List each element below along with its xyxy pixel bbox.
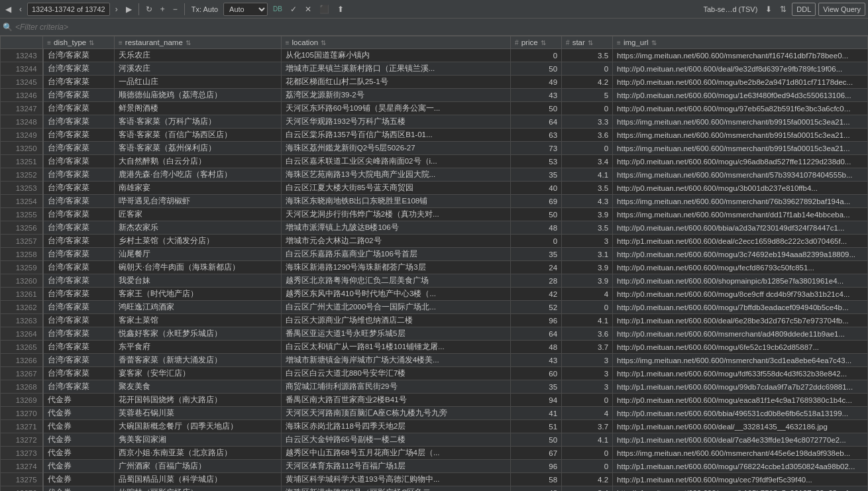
table-row[interactable]: 13258台湾/客家菜汕尾餐厅白云区乐嘉路乐嘉商业广场106号首层353.1ht…	[1, 248, 868, 261]
rollback-button[interactable]: ✕	[302, 3, 314, 15]
restaurant-name-sort[interactable]: ⇅	[186, 39, 191, 46]
location-cell: 花都区梯面红山村二队25-1号	[281, 76, 510, 89]
table-row[interactable]: 13264台湾/客家菜悦鑫好客家（永旺梦乐城店）番禺区亚运大道1号永旺梦乐城5层…	[1, 327, 868, 341]
table-row[interactable]: 13257台湾/客家菜乡村土菜馆（大涌发分店）增城市元会大林边二路02号03ht…	[1, 235, 868, 248]
star-header[interactable]: # star ⇅	[562, 36, 613, 49]
row-number-cell: 13259	[1, 261, 43, 274]
img-url-col-icon: ≡	[617, 39, 621, 46]
table-row[interactable]: 13272代金券隽美客回家湘白云区大金钟路65号副楼一楼二楼504.1http:…	[1, 433, 868, 447]
img-url-cell: http://p1.meituan.net/600.600/mogu/fdf63…	[613, 367, 868, 380]
img-url-cell: http://p1.meituan.net/600.600/deal/7ca84…	[613, 433, 868, 447]
table-row[interactable]: 13248台湾/客家菜客语·客家菜（万科广场店）天河区华观路1932号万科广场五…	[1, 115, 868, 129]
table-row[interactable]: 13246台湾/客家菜顺德德仙庙烧鸡（荔湾总店）荔湾区龙源新街39-2号435h…	[1, 89, 868, 102]
row-number-cell: 13256	[1, 221, 43, 235]
star-cell: 3	[562, 380, 613, 394]
table-row[interactable]: 13260台湾/客家菜我爱台妹越秀区北京路粤海仰忠汇负二层美食广场283.9ht…	[1, 274, 868, 288]
ddl-button[interactable]: DDL	[792, 3, 816, 16]
table-row[interactable]: 13263台湾/客家菜客家土菜馆白云区大源商业广场维也纳酒店二楼964.1htt…	[1, 314, 868, 327]
img-url-sort[interactable]: ⇅	[651, 39, 657, 46]
location-cell: 天河区体育东路112号百福广场1层	[281, 460, 510, 473]
filter-sort-button[interactable]: ⇅	[777, 3, 789, 15]
table-row[interactable]: 13247台湾/客家菜鲜景阁酒楼天河区东环路60号109铺（昊星商务公寓一...…	[1, 102, 868, 115]
location-col-label: location	[292, 38, 319, 46]
next-page-button[interactable]: ›	[113, 3, 121, 15]
star-cell: 4.1	[562, 433, 613, 447]
table-row[interactable]: 13262台湾/客家菜鸿旺逸江鸡酒家白云区广州大道北2000号合一国际广场北..…	[1, 301, 868, 314]
table-row[interactable]: 13271代金券大碗国新概念餐厅（四季天地店）海珠区赤岗北路118号四季天地2层…	[1, 420, 868, 433]
table-row[interactable]: 13276代金券仙踪林（丽影广场店）海珠区新港中路352号（丽影广场C区负二..…	[1, 486, 868, 492]
last-page-button[interactable]: ▶	[123, 3, 135, 15]
star-cell: 0	[562, 301, 613, 314]
dish-type-cell: 台湾/客家菜	[43, 301, 115, 314]
star-sort[interactable]: ⇅	[588, 39, 593, 46]
prev-page-button[interactable]: ‹	[17, 3, 25, 15]
table-row[interactable]: 13261台湾/客家菜客家王（时代地产店）越秀区东风中路410号时代地产中心3楼…	[1, 288, 868, 301]
table-row[interactable]: 13254台湾/客家菜哔哥遇见台湾胡椒虾海珠区东晓南地铁B出口东晓胜里E108铺…	[1, 195, 868, 208]
row-number-cell: 13270	[1, 407, 43, 420]
table-row[interactable]: 13252台湾/客家菜鹿港先森·台湾小吃店（客村店）海珠区艺苑南路13号大院电商…	[1, 168, 868, 182]
table-row[interactable]: 13274代金券广州酒家（百福广场店）天河区体育东路112号百福广场1层960h…	[1, 460, 868, 473]
img-url-cell: http://p1.meituan.net/600.600/deal/c2ecc…	[613, 235, 868, 248]
row-number-cell: 13257	[1, 235, 43, 248]
location-cell: 增城市派潭镇上九陂达B楼106号	[281, 221, 510, 235]
table-row[interactable]: 13268台湾/客家菜聚友美食商贸城江埔街利源路富民街29号353http://…	[1, 380, 868, 394]
dish-type-cell: 台湾/客家菜	[43, 155, 115, 168]
location-sort[interactable]: ⇅	[321, 39, 326, 46]
commit-button[interactable]: ✓	[288, 3, 299, 15]
export-button[interactable]: ⬆	[335, 3, 347, 15]
table-row[interactable]: 13255台湾/客家菜匠客家天河区龙洞步行街伟烨广场2楼（真功夫对...503.…	[1, 208, 868, 221]
dish-type-cell: 台湾/客家菜	[43, 129, 115, 142]
table-row[interactable]: 13273代金券西京小姐·东南亚菜（北京路店）越秀区中山五路68号五月花商业广场…	[1, 447, 868, 460]
star-cell: 4.2	[562, 76, 613, 89]
img-url-col-label: img_url	[624, 38, 649, 46]
img-url-cell: http://p0.meituan.net/600.600/mogu/7bffd…	[613, 301, 868, 314]
img-url-cell: http://p0.meituan.net/600.600/mogu/be2b8…	[613, 76, 868, 89]
price-header[interactable]: # price ⇅	[511, 36, 562, 49]
add-row-button[interactable]: +	[158, 3, 168, 15]
view-query-button[interactable]: View Query	[818, 3, 865, 16]
dish-type-header[interactable]: ≡ dish_type ⇅	[43, 36, 115, 49]
table-row[interactable]: 13253台湾/客家菜南雄家宴白云区江夏大楼大街85号蓝天商贸园403.5htt…	[1, 182, 868, 195]
table-row[interactable]: 13270代金券芙蓉巷石锅川菜天河区天河路南顶百脑汇A座C栋九楼九号九旁414h…	[1, 407, 868, 420]
restaurant-name-cell: 客语·客家菜（万科广场店）	[115, 115, 282, 129]
table-row[interactable]: 13244台湾/客家菜河溪农庄增城市正果镇兰溪新村路口（正果镇兰溪...500h…	[1, 62, 868, 76]
tx-mode-select[interactable]: Auto Manual	[223, 3, 268, 16]
table-row[interactable]: 13266台湾/客家菜香蕾客家菜（新塘大涌发店）增城市新塘镇金海岸城市广场大涌发…	[1, 354, 868, 367]
table-row[interactable]: 13265台湾/客家菜东平食府白云区太和镇广从一路81号1楼101铺锺龙屠...…	[1, 341, 868, 354]
table-row[interactable]: 13256台湾/客家菜新杰农家乐增城市派潭镇上九陂达B楼106号483.5htt…	[1, 221, 868, 235]
download-button[interactable]: ⬇	[763, 3, 775, 15]
table-row[interactable]: 13275代金券品蜀国精品川菜（科学城店）黄埔区科学城科学大道193号高德汇购物…	[1, 473, 868, 486]
price-sort[interactable]: ⇅	[541, 39, 546, 46]
refresh-button[interactable]: ↻	[143, 3, 155, 15]
dish-type-cell: 代金券	[43, 407, 115, 420]
first-page-button[interactable]: ◀	[3, 3, 14, 15]
dish-type-cell: 台湾/客家菜	[43, 341, 115, 354]
location-header[interactable]: ≡ location ⇅	[281, 36, 510, 49]
table-row[interactable]: 13249台湾/客家菜客语·客家菜（百信广场西区店）白云区棠乐路1357号百信广…	[1, 129, 868, 142]
star-cell: 3.5	[562, 49, 613, 62]
dish-type-sort[interactable]: ⇅	[89, 39, 94, 46]
table-row[interactable]: 13245台湾/客家菜一品红山庄花都区梯面红山村二队25-1号494.2http…	[1, 76, 868, 89]
table-row[interactable]: 13250台湾/客家菜客语·客家菜（荔州保利店）海珠区荔州鑑龙新街Q2号5层50…	[1, 142, 868, 155]
stop-button[interactable]: ⬛	[317, 3, 332, 15]
data-table-wrapper[interactable]: ≡ dish_type ⇅ ≡ restaurant_name ⇅ ≡	[0, 36, 868, 491]
separator-2	[184, 3, 185, 15]
location-cell: 白云区广州大道北2000号合一国际广场北...	[281, 301, 510, 314]
img-url-header[interactable]: ≡ img_url ⇅	[613, 36, 868, 49]
dish-type-cell: 台湾/客家菜	[43, 168, 115, 182]
dish-type-cell: 台湾/客家菜	[43, 248, 115, 261]
table-row[interactable]: 13243台湾/客家菜天乐农庄从化105国道莲麻小镇内03.5https://i…	[1, 49, 868, 62]
star-cell: 3	[562, 367, 613, 380]
price-cell: 73	[511, 142, 562, 155]
remove-row-button[interactable]: −	[170, 3, 180, 15]
row-number-cell: 13245	[1, 76, 43, 89]
data-table: ≡ dish_type ⇅ ≡ restaurant_name ⇅ ≡	[0, 36, 868, 491]
table-row[interactable]: 13251台湾/客家菜大自然醉鹅（白云分店）白云区嘉禾联道工业区尖峰路南面02号…	[1, 155, 868, 168]
restaurant-name-header[interactable]: ≡ restaurant_name ⇅	[115, 36, 282, 49]
filter-input[interactable]	[15, 23, 865, 32]
table-row[interactable]: 13259台湾/客家菜碗朝天·台湾牛肉面（海珠新都店）海珠区新港路1290号海珠…	[1, 261, 868, 274]
table-row[interactable]: 13269代金券花开国韩国烧烤（南大路店）番禺区南大路百世家商业2楼B41号94…	[1, 394, 868, 407]
restaurant-name-cell: 隽美客回家湘	[115, 433, 282, 447]
table-row[interactable]: 13267台湾/客家菜宴客家（安华汇店）白云区白云大道北880号安华汇7楼603…	[1, 367, 868, 380]
location-cell: 天河区华观路1932号万科广场五楼	[281, 115, 510, 129]
